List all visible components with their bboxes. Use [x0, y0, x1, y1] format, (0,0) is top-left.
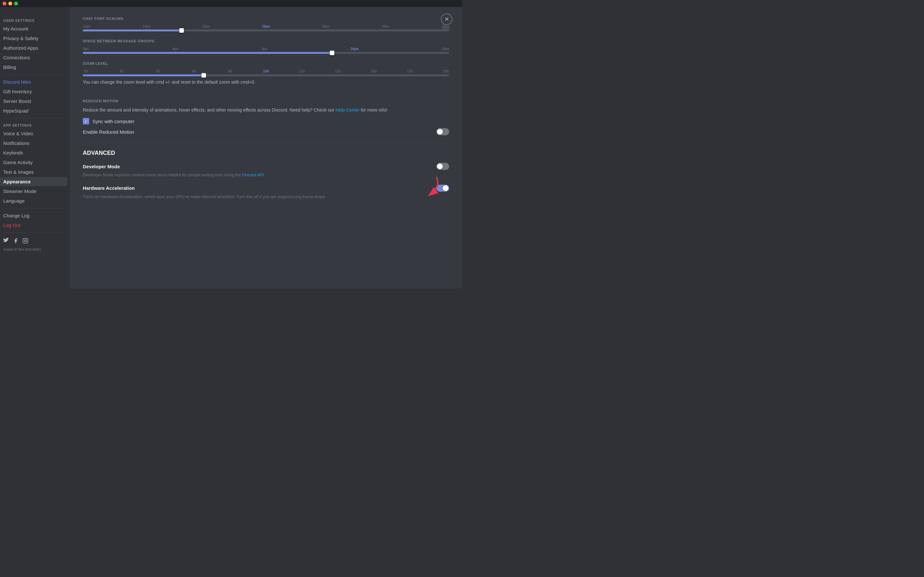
hardware-acceleration-toggle-knob [443, 185, 449, 191]
advanced-header: ADVANCED [83, 150, 449, 156]
developer-mode-title: Developer Mode [83, 164, 120, 169]
developer-mode-description: Developer Mode exposes context menu item… [83, 172, 449, 178]
sidebar-item-notifications[interactable]: Notifications [0, 139, 67, 148]
space-between-groups-slider[interactable] [83, 52, 449, 54]
svg-point-2 [26, 239, 27, 240]
zoom-level-hint: You can change the zoom level with cmd +… [83, 79, 449, 85]
chat-font-scaling-section: CHAT FONT SCALING 12px 14px 15px 16px 18… [83, 17, 449, 31]
sidebar-item-connections[interactable]: Connections [0, 53, 67, 62]
sidebar-item-keybinds[interactable]: Keybinds [0, 148, 67, 157]
tick-20px: 20px [382, 24, 389, 28]
zoom-level-slider[interactable] [83, 74, 449, 76]
zoom-level-label: ZOOM LEVEL [83, 61, 449, 65]
facebook-icon[interactable] [13, 238, 19, 243]
chat-font-scaling-fill [83, 29, 182, 31]
tick-4px: 4px [172, 47, 178, 51]
hardware-acceleration-toggle[interactable] [436, 185, 449, 192]
close-button[interactable] [3, 2, 6, 5]
sidebar-item-streamer-mode[interactable]: Streamer Mode [0, 187, 67, 196]
tick-16px-active: 16px [262, 24, 270, 28]
social-links [0, 235, 67, 246]
sidebar-item-billing[interactable]: Billing [0, 63, 67, 72]
space-between-groups-fill [83, 52, 332, 54]
sidebar-item-voice-video[interactable]: Voice & Video [0, 129, 67, 138]
sidebar-item-appearance[interactable]: Appearance [0, 177, 67, 186]
tick-175: 175 [407, 69, 413, 73]
titlebar [0, 0, 462, 7]
sidebar-item-game-activity[interactable]: Game Activity [0, 158, 67, 167]
maximize-button[interactable] [14, 2, 18, 5]
tick-0px: 0px [83, 47, 89, 51]
sidebar-item-server-boost[interactable]: Server Boost [0, 97, 67, 106]
tick-50: 50 [83, 69, 89, 73]
checkmark-icon: ✓ [84, 119, 88, 123]
developer-mode-row: Developer Mode Developer Mode exposes co… [83, 163, 449, 178]
sidebar-item-change-log[interactable]: Change Log [0, 211, 67, 220]
tick-18px: 18px [322, 24, 330, 28]
sidebar-divider-4 [3, 232, 64, 233]
space-between-ticks: 0px 4px 8px 16px 24px [83, 47, 449, 51]
instagram-icon[interactable] [23, 238, 28, 243]
developer-mode-toggle-knob [437, 163, 443, 169]
sidebar-item-log-out[interactable]: Log Out [0, 221, 67, 230]
tick-100-active: 100 [263, 69, 269, 73]
sidebar-item-text-images[interactable]: Text & Images [0, 167, 67, 177]
tick-80: 80 [191, 69, 197, 73]
tick-125: 125 [334, 69, 341, 73]
chat-font-scaling-thumb [179, 28, 184, 33]
minimize-button[interactable] [8, 2, 12, 5]
tick-8px: 8px [262, 47, 268, 51]
enable-reduced-motion-label: Enable Reduced Motion [83, 129, 134, 135]
reduced-motion-description: Reduce the amount and intensity of anima… [83, 107, 449, 113]
twitter-icon[interactable] [3, 238, 9, 243]
discord-api-link[interactable]: Discord API [242, 172, 264, 177]
sidebar-item-hypesquad[interactable]: HypeSquad [0, 106, 67, 115]
hardware-acceleration-title: Hardware Acceleration [83, 185, 135, 191]
sync-checkbox[interactable]: ✓ [83, 118, 89, 124]
tick-110: 110 [299, 69, 305, 73]
advanced-section: ADVANCED Developer Mode Developer Mode e… [83, 150, 449, 200]
sidebar-item-gift-inventory[interactable]: Gift Inventory [0, 87, 67, 96]
sidebar-divider-2 [3, 118, 64, 118]
chat-font-scaling-ticks: 12px 14px 15px 16px 18px 20px 24px [83, 24, 449, 28]
tick-150: 150 [371, 69, 377, 73]
version-label: Stable 67364 (0d1db82) [0, 246, 67, 253]
user-settings-header: USER SETTINGS [0, 16, 67, 24]
svg-rect-0 [23, 239, 28, 243]
space-between-groups-thumb [330, 51, 334, 55]
hardware-acceleration-row: Hardware Acceleration Turns on Hardware … [83, 185, 449, 200]
developer-mode-toggle[interactable] [436, 163, 449, 170]
space-between-groups-section: SPACE BETWEEN MESSAGE GROUPS 0px 4px 8px… [83, 39, 449, 54]
tick-200: 200 [443, 69, 449, 73]
chat-font-scaling-label: CHAT FONT SCALING [83, 17, 449, 21]
enable-reduced-motion-toggle[interactable] [436, 128, 449, 135]
tick-67: 67 [119, 69, 125, 73]
settings-sidebar: USER SETTINGS My Account Privacy & Safet… [0, 7, 70, 288]
help-center-link[interactable]: Help Center [336, 107, 360, 113]
zoom-level-ticks: 50 67 75 80 90 100 110 125 150 175 200 [83, 69, 449, 73]
zoom-level-thumb [202, 73, 206, 77]
sidebar-item-authorized-apps[interactable]: Authorized Apps [0, 43, 67, 53]
sidebar-divider-3 [3, 208, 64, 208]
sidebar-item-discord-nitro[interactable]: Discord Nitro [0, 77, 67, 87]
zoom-level-fill [83, 74, 204, 76]
zoom-level-section: ZOOM LEVEL 50 67 75 80 90 100 110 125 15… [83, 61, 449, 85]
divider-zoom-reduced [83, 92, 449, 93]
sidebar-item-my-account[interactable]: My Account [0, 24, 67, 33]
sync-with-computer-row: ✓ Sync with computer [83, 118, 449, 124]
sidebar-divider-1 [3, 74, 64, 75]
tick-14px: 14px [142, 24, 150, 28]
toggle-knob [437, 129, 443, 135]
tick-12px: 12px [83, 24, 90, 28]
x-icon: ✕ [444, 16, 449, 23]
sidebar-item-privacy-safety[interactable]: Privacy & Safety [0, 34, 67, 43]
tick-24px-space: 24px [441, 47, 449, 51]
app-settings-header: APP SETTINGS [0, 121, 67, 129]
sync-checkbox-label: Sync with computer [92, 119, 134, 124]
chat-font-scaling-slider[interactable] [83, 29, 449, 31]
tick-15px: 15px [202, 24, 210, 28]
reduced-motion-section: REDUCED MOTION Reduce the amount and int… [83, 99, 449, 135]
close-settings-button[interactable]: ✕ [441, 13, 452, 25]
sidebar-item-language[interactable]: Language [0, 196, 67, 205]
tick-90: 90 [227, 69, 233, 73]
